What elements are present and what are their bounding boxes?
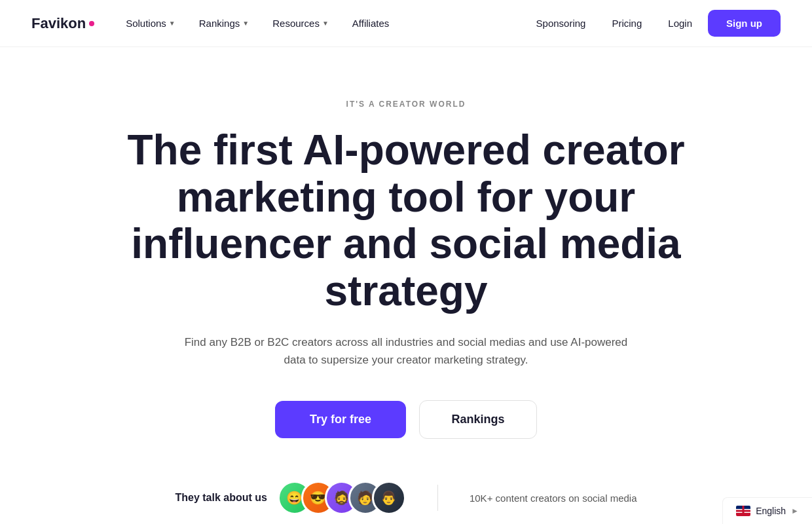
chevron-right-icon: ► (791, 506, 799, 515)
logo-dot (89, 21, 94, 26)
chevron-down-icon: ▼ (242, 20, 249, 27)
chevron-down-icon: ▼ (322, 20, 329, 27)
hero-subtitle: Find any B2B or B2C creators across all … (183, 333, 629, 369)
nav-item-solutions[interactable]: Solutions ▼ (115, 12, 186, 34)
vertical-divider (437, 485, 438, 511)
avatars-group: 😄 😎 🧔 🧑 👨 (278, 481, 406, 515)
hero-title-part1: The first AI-powered creator marketing t… (127, 126, 684, 221)
they-talk-group: They talk about us 😄 😎 🧔 🧑 👨 (175, 481, 405, 515)
hero-tag: IT'S A CREATOR WORLD (346, 100, 466, 109)
nav-link-sponsoring[interactable]: Sponsoring (526, 12, 597, 34)
navbar: Favikon Solutions ▼ Rankings ▼ Resources… (0, 0, 812, 47)
hero-title-part2: and (331, 220, 429, 267)
hero-title-bold1: influencer (131, 220, 331, 267)
avatar-face-5: 👨 (374, 483, 404, 513)
logo-text: Favikon (31, 15, 86, 32)
signup-button[interactable]: Sign up (708, 10, 781, 37)
language-selector[interactable]: English ► (722, 497, 812, 524)
hero-section: IT'S A CREATOR WORLD The first AI-powere… (0, 47, 812, 524)
hero-title-part3: strategy (325, 267, 488, 314)
they-talk-label: They talk about us (175, 492, 267, 504)
nav-item-affiliates[interactable]: Affiliates (342, 12, 399, 34)
nav-left: Solutions ▼ Rankings ▼ Resources ▼ Affil… (115, 12, 520, 34)
nav-link-pricing[interactable]: Pricing (601, 12, 652, 34)
language-label: English (756, 506, 786, 516)
flag-icon (736, 506, 750, 516)
social-proof: They talk about us 😄 😎 🧔 🧑 👨 (175, 481, 637, 515)
hero-title: The first AI-powered creator marketing t… (111, 127, 701, 315)
rankings-button[interactable]: Rankings (419, 400, 537, 439)
hero-buttons: Try for free Rankings (275, 400, 537, 439)
try-for-free-button[interactable]: Try for free (275, 401, 406, 438)
nav-item-rankings[interactable]: Rankings ▼ (189, 12, 259, 34)
nav-item-resources[interactable]: Resources ▼ (262, 12, 339, 34)
avatar: 👨 (372, 481, 406, 515)
chevron-down-icon: ▼ (169, 20, 175, 27)
nav-right: Sponsoring Pricing Login Sign up (526, 10, 781, 37)
logo[interactable]: Favikon (31, 15, 94, 32)
hero-title-bold2: social media (430, 220, 681, 267)
nav-link-login[interactable]: Login (657, 12, 703, 34)
creators-count: 10K+ content creators on social media (470, 493, 637, 504)
